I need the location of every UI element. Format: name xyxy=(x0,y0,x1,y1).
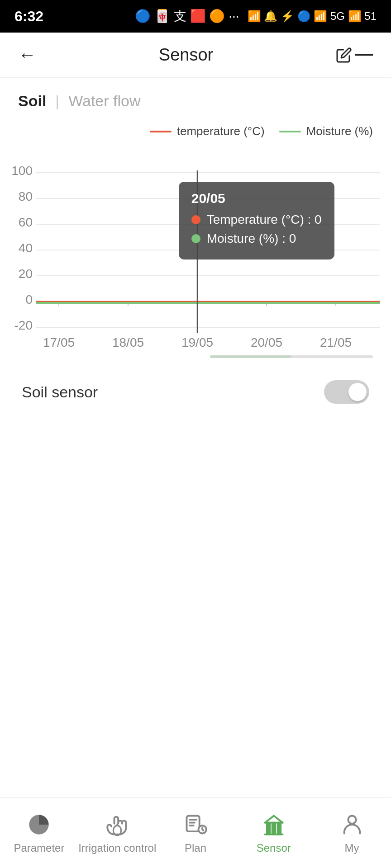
chart-tooltip: 20/05 Temperature (°C) : 0 Moisture (%) … xyxy=(179,182,334,259)
svg-text:80: 80 xyxy=(19,189,33,203)
page-title: Sensor xyxy=(159,45,213,65)
soil-sensor-toggle[interactable] xyxy=(324,380,369,404)
tab-soil[interactable]: Soil xyxy=(18,92,46,110)
soil-sensor-row: Soil sensor xyxy=(0,362,391,422)
app-icons: 🔵 🀄 支 🟥 🟠 ··· xyxy=(135,8,239,25)
svg-rect-36 xyxy=(277,822,281,834)
nav-item-plan[interactable]: Plan xyxy=(157,812,235,854)
nav-label-my: My xyxy=(345,842,359,854)
status-bar: 6:32 🔵 🀄 支 🟥 🟠 ··· 📶 🔔 ⚡ 🔵 📶 5G 📶 51 xyxy=(0,0,391,33)
svg-text:-20: -20 xyxy=(14,318,33,332)
svg-rect-27 xyxy=(186,816,199,831)
svg-text:20/05: 20/05 xyxy=(251,335,282,349)
svg-text:100: 100 xyxy=(11,164,33,178)
tab-row: Soil | Water flow xyxy=(0,78,391,117)
tooltip-dot-green xyxy=(191,234,200,243)
legend-moisture: Moisture (%) xyxy=(279,124,373,138)
nav-label-sensor: Sensor xyxy=(257,842,291,854)
nav-item-my[interactable]: My xyxy=(313,812,391,854)
toggle-thumb xyxy=(348,383,367,401)
status-time: 6:32 xyxy=(14,8,43,25)
tooltip-moisture-label: Moisture (%) : 0 xyxy=(207,231,296,246)
person-icon xyxy=(339,812,365,837)
nav-item-sensor[interactable]: Sensor xyxy=(234,812,313,854)
bottom-nav: Parameter Irrigation control Plan xyxy=(0,797,391,868)
svg-text:17/05: 17/05 xyxy=(43,335,75,349)
nav-item-irrigation[interactable]: Irrigation control xyxy=(78,812,157,854)
chart-container: temperature (°C) Moisture (%) xyxy=(0,117,391,362)
tab-divider: | xyxy=(55,92,59,110)
nav-label-irrigation: Irrigation control xyxy=(78,842,156,854)
scroll-indicator xyxy=(0,354,391,362)
tooltip-dot-red xyxy=(191,215,200,224)
soil-sensor-label: Soil sensor xyxy=(22,383,98,401)
hand-pointer-icon xyxy=(105,812,130,837)
chart-svg[interactable]: 100 80 60 40 20 0 -20 17/05 18/05 19/05 … xyxy=(0,146,391,354)
empty-content xyxy=(0,422,391,739)
legend-line-green xyxy=(279,131,301,132)
legend-temperature: temperature (°C) xyxy=(150,124,265,138)
nav-label-plan: Plan xyxy=(185,842,206,854)
status-icons: 🔵 🀄 支 🟥 🟠 ··· 📶 🔔 ⚡ 🔵 📶 5G 📶 51 xyxy=(135,8,377,25)
pie-chart-icon xyxy=(26,812,52,837)
legend-temperature-label: temperature (°C) xyxy=(177,124,265,138)
tooltip-temperature-label: Temperature (°C) : 0 xyxy=(207,212,322,227)
svg-text:0: 0 xyxy=(25,292,33,307)
scroll-bar[interactable] xyxy=(210,355,373,358)
tab-water-flow[interactable]: Water flow xyxy=(68,92,140,110)
building-columns-icon xyxy=(261,812,286,837)
tooltip-row-temperature: Temperature (°C) : 0 xyxy=(191,212,322,227)
edit-button[interactable] xyxy=(336,47,373,63)
svg-text:40: 40 xyxy=(19,241,33,255)
svg-text:19/05: 19/05 xyxy=(181,335,213,349)
legend-line-red xyxy=(150,131,172,132)
svg-text:21/05: 21/05 xyxy=(320,335,352,349)
scroll-thumb xyxy=(210,355,291,358)
header: ← Sensor xyxy=(0,33,391,78)
svg-text:18/05: 18/05 xyxy=(112,335,144,349)
back-button[interactable]: ← xyxy=(18,45,36,65)
chart-legend: temperature (°C) Moisture (%) xyxy=(0,124,391,146)
svg-rect-35 xyxy=(272,822,276,834)
tooltip-date: 20/05 xyxy=(191,191,322,206)
nav-label-parameter: Parameter xyxy=(14,842,64,854)
system-icons: 📶 🔔 ⚡ 🔵 📶 5G 📶 51 xyxy=(248,10,377,23)
svg-text:60: 60 xyxy=(19,215,33,229)
doc-clock-icon xyxy=(183,812,208,837)
svg-point-37 xyxy=(348,816,356,823)
nav-item-parameter[interactable]: Parameter xyxy=(0,812,78,854)
tooltip-row-moisture: Moisture (%) : 0 xyxy=(191,231,322,246)
legend-moisture-label: Moisture (%) xyxy=(306,124,373,138)
svg-text:20: 20 xyxy=(19,267,33,281)
svg-rect-34 xyxy=(267,822,270,834)
